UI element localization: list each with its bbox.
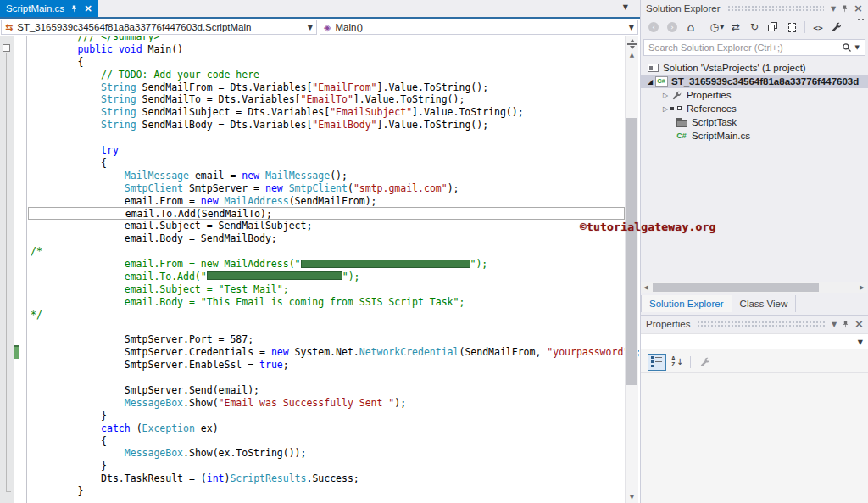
pin-icon[interactable] xyxy=(842,320,849,329)
csharp-file-icon: C# xyxy=(675,130,688,142)
type-dropdown[interactable]: ⇆ ST_3165939c34564f81a8a33776f447603d.Sc… xyxy=(1,20,317,35)
forward-button[interactable]: › xyxy=(665,20,680,35)
pending-changes-filter-icon[interactable]: ◷▼ xyxy=(709,20,725,35)
tab-solution-explorer[interactable]: Solution Explorer xyxy=(641,295,732,312)
code-line[interactable]: public void Main() xyxy=(28,43,640,56)
tree-item-references[interactable]: ▷ References xyxy=(641,102,868,115)
close-icon[interactable]: × xyxy=(854,319,864,329)
code-line[interactable]: SmtpServer.Credentials = new System.Net.… xyxy=(28,346,640,359)
code-line[interactable]: String SendMailFrom = Dts.Variables["Ema… xyxy=(28,81,640,94)
scrollbar-thumb[interactable] xyxy=(626,118,637,385)
scroll-up-icon[interactable]: ▲ xyxy=(626,52,638,59)
collapse-arrow-icon[interactable]: ◢ xyxy=(646,78,654,86)
solution-explorer-horizontal-scrollbar[interactable]: ◀ ▶ xyxy=(641,282,867,293)
home-icon[interactable]: ⌂ xyxy=(683,20,698,35)
back-button[interactable]: ‹ xyxy=(646,20,661,35)
outline-collapse-icon[interactable] xyxy=(3,44,10,52)
code-line[interactable]: catch (Exception ex) xyxy=(28,422,640,435)
chevron-down-icon[interactable]: ▼ xyxy=(629,24,634,31)
pin-icon[interactable] xyxy=(841,4,849,14)
pin-icon[interactable] xyxy=(70,4,78,14)
tab-class-view[interactable]: Class View xyxy=(732,295,797,312)
sync-with-active-document-icon[interactable]: ⇄ xyxy=(728,20,743,35)
code-line[interactable]: MessageBox.Show(ex.ToString()); xyxy=(28,447,640,460)
code-line[interactable]: SmtpClient SmtpServer = new SmtpClient("… xyxy=(28,182,640,195)
split-window-handle[interactable] xyxy=(627,39,637,49)
object-selector-dropdown[interactable]: ▼ xyxy=(641,333,868,349)
chevron-down-icon[interactable]: ▼ xyxy=(855,44,860,51)
scroll-down-icon[interactable]: ▼ xyxy=(626,494,638,500)
expand-arrow-icon[interactable]: ▷ xyxy=(661,92,670,99)
outline-guide-foot xyxy=(6,491,11,492)
toolbar-overflow-icon[interactable] xyxy=(858,19,865,22)
code-line[interactable]: email.From = new MailAddress(""); xyxy=(28,258,640,271)
properties-wrench-icon[interactable] xyxy=(829,20,844,35)
scrollbar-thumb[interactable] xyxy=(653,283,819,292)
solution-explorer-titlebar: Solution Explorer ▼ × xyxy=(641,0,868,17)
chevron-down-icon[interactable]: ▼ xyxy=(858,338,863,346)
view-code-icon[interactable]: <> xyxy=(810,20,826,35)
chevron-down-icon[interactable]: ▼ xyxy=(308,24,313,31)
code-lines[interactable]: /// </summary> public void Main() { // T… xyxy=(28,36,640,498)
code-line[interactable]: } xyxy=(28,485,640,498)
code-line[interactable]: email.Subject = "Test Mail"; xyxy=(28,283,640,296)
categorized-view-button[interactable] xyxy=(648,354,666,371)
code-line[interactable]: } xyxy=(28,410,640,422)
code-line[interactable]: { xyxy=(28,435,640,448)
code-line[interactable]: /// </summary> xyxy=(28,36,640,43)
code-line[interactable]: SmtpServer.Send(email); xyxy=(28,384,640,397)
code-line[interactable]: { xyxy=(28,157,640,170)
close-icon[interactable]: × xyxy=(854,3,863,14)
member-dropdown-value: Main() xyxy=(335,22,363,32)
code-line[interactable]: MailMessage email = new MailMessage(); xyxy=(28,170,640,182)
code-line[interactable]: String SendMailTo = Dts.Variables["Email… xyxy=(28,93,640,106)
alphabetical-sort-button[interactable]: AZ↓ xyxy=(671,356,683,367)
code-line[interactable] xyxy=(28,372,640,384)
editor-vertical-scrollbar[interactable]: ▲ ▼ xyxy=(625,36,638,503)
tree-item-solution[interactable]: Solution 'VstaProjects' (1 project) xyxy=(641,61,868,75)
breakpoint-gutter[interactable] xyxy=(0,36,14,503)
collapse-all-icon[interactable] xyxy=(765,20,781,35)
code-line[interactable]: SmtpServer.Port = 587; xyxy=(28,333,640,346)
code-line[interactable]: email.Subject = SendMailSubject; xyxy=(28,220,640,232)
window-menu-icon[interactable]: ▼ xyxy=(832,321,837,328)
code-line[interactable]: { xyxy=(28,56,640,69)
search-button[interactable]: ▼ xyxy=(837,42,865,53)
code-editor[interactable]: /// </summary> public void Main() { // T… xyxy=(0,36,640,503)
code-line[interactable] xyxy=(28,321,640,333)
code-line[interactable]: } xyxy=(28,460,640,472)
code-line[interactable] xyxy=(28,131,640,144)
search-input[interactable] xyxy=(644,42,837,53)
code-line[interactable]: SmtpServer.EnableSsl = true; xyxy=(28,359,640,372)
code-line[interactable]: email.Body = "This Email is coming from … xyxy=(28,296,640,309)
code-line[interactable]: email.To.Add(SendMailTo); xyxy=(28,207,625,220)
code-line[interactable]: email.Body = SendMailBody; xyxy=(28,232,640,245)
code-line[interactable]: Dts.TaskResult = (int)ScriptResults.Succ… xyxy=(28,472,640,485)
references-icon xyxy=(670,103,683,115)
member-dropdown[interactable]: ◈ Main() ▼ xyxy=(320,20,638,35)
show-all-files-icon[interactable] xyxy=(784,20,799,35)
scroll-right-icon[interactable]: ▶ xyxy=(857,282,867,293)
code-line[interactable]: try xyxy=(28,144,640,157)
code-line[interactable]: String SendMailBody = Dts.Variables["Ema… xyxy=(28,119,640,131)
code-line[interactable]: email.From = new MailAddress(SendMailFro… xyxy=(28,195,640,208)
refresh-icon[interactable]: ↻ xyxy=(747,20,762,35)
tree-item-scriptmain[interactable]: C# ScriptMain.cs xyxy=(641,129,868,143)
change-tracking-bar xyxy=(14,345,19,359)
close-icon[interactable]: × xyxy=(84,3,92,14)
code-line[interactable]: MessageBox.Show("Email was Successfully … xyxy=(28,397,640,410)
code-line[interactable]: /* xyxy=(28,245,640,258)
scroll-left-icon[interactable]: ◀ xyxy=(641,282,651,293)
search-box[interactable]: ▼ xyxy=(643,39,865,56)
expand-arrow-icon[interactable]: ▷ xyxy=(661,105,670,113)
code-line[interactable]: */ xyxy=(28,309,640,321)
code-line[interactable]: email.To.Add(""); xyxy=(28,271,640,283)
tree-item-project[interactable]: ◢ C# ST_3165939c34564f81a8a33776f447603d xyxy=(641,75,868,88)
code-line[interactable]: // TODO: Add your code here xyxy=(28,69,640,81)
tree-item-properties[interactable]: ▷ Properties xyxy=(641,88,868,102)
tree-item-scripttask[interactable]: ScriptTask xyxy=(641,115,868,129)
window-menu-icon[interactable]: ▼ xyxy=(831,5,836,13)
code-line[interactable]: String SendMailSubject = Dts.Variables["… xyxy=(28,106,640,119)
tab-overflow-icon[interactable]: ▼ xyxy=(623,3,628,11)
tab-scriptmain-cs[interactable]: ScriptMain.cs × xyxy=(0,0,98,17)
